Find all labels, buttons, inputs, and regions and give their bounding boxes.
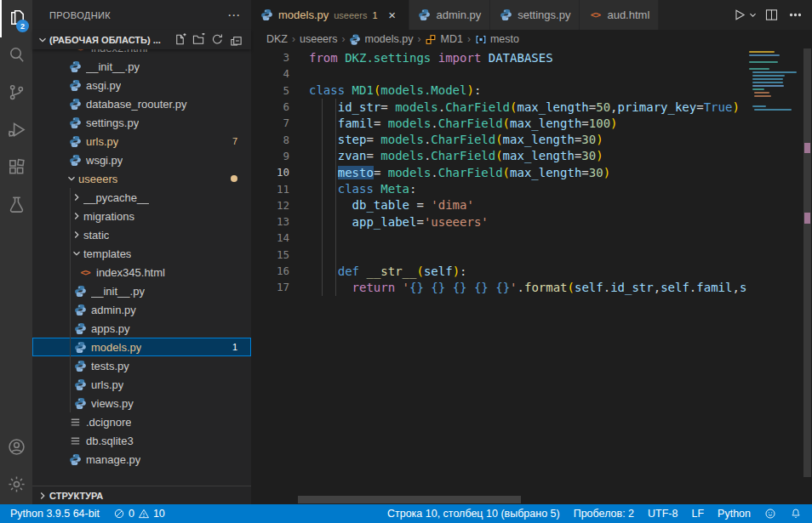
editor-group: models.pyuseeers1×admin.pysettings.py<>a… — [251, 0, 812, 504]
tab-admin.py[interactable]: admin.py — [409, 0, 491, 30]
activity-testing-button[interactable] — [0, 187, 32, 225]
breadcrumb-item-models.py[interactable]: models.py — [349, 33, 413, 45]
code-line-11[interactable]: 11 class Meta: — [251, 180, 747, 196]
close-icon[interactable]: × — [385, 8, 400, 23]
tab-settings.py[interactable]: settings.py — [490, 0, 580, 30]
explorer-sidebar: ПРОВОДНИК ⋯ (РАБОЧАЯ ОБЛАСТЬ) ... <>inde… — [32, 0, 251, 504]
tree-item-models.py[interactable]: models.py1 — [32, 338, 251, 356]
code-line-3[interactable]: 3from DKZ.settings import DATABASES — [251, 49, 747, 65]
tree-item-useeers[interactable]: useeers — [32, 169, 251, 188]
py-icon — [68, 153, 82, 167]
activity-run-debug-button[interactable] — [0, 112, 32, 150]
tree-item-tests.py[interactable]: tests.py — [32, 356, 251, 375]
code-line-16[interactable]: 16 def __str__(self): — [251, 263, 747, 279]
tree-item-urls.py[interactable]: urls.py7 — [32, 132, 251, 151]
tree-item-migrations[interactable]: migrations — [32, 207, 251, 225]
tree-item-asgi.py[interactable]: asgi.py — [32, 76, 251, 94]
code-line-4[interactable]: 4 — [251, 65, 747, 82]
activity-settings-button[interactable] — [0, 467, 32, 504]
code-line-10[interactable]: 10 mesto= models.CharField(max_length=30… — [251, 164, 747, 180]
activity-extensions-button[interactable] — [0, 150, 32, 187]
tree-item-urls.py[interactable]: urls.py — [32, 375, 251, 394]
python-interpreter[interactable]: Python 3.9.5 64-bit — [3, 504, 106, 523]
minimap[interactable] — [747, 48, 803, 504]
split-editor-button[interactable] — [761, 5, 781, 26]
code-line-8[interactable]: 8 step= models.CharField(max_length=30) — [251, 131, 747, 147]
tab-aud.html[interactable]: <>aud.html — [580, 0, 659, 30]
file-icon — [68, 434, 82, 447]
breadcrumb-item-useeers[interactable]: useeers — [300, 33, 337, 45]
more-actions-icon[interactable]: ⋯ — [227, 8, 241, 23]
code-editor[interactable]: 3from DKZ.settings import DATABASES45cla… — [251, 48, 812, 504]
breadcrumb-item-MD1[interactable]: MD1 — [425, 33, 462, 45]
code-line-15[interactable]: 15 — [251, 247, 747, 263]
tree-item-wsgi.py[interactable]: wsgi.py — [32, 151, 251, 169]
breadcrumb-label: mesto — [490, 33, 519, 45]
cursor-position[interactable]: Строка 10, столбец 10 (выбрано 5) — [380, 504, 567, 523]
line-number: 11 — [251, 183, 289, 196]
tree-item-templates[interactable]: templates — [32, 244, 251, 263]
breadcrumb-label: MD1 — [440, 33, 462, 45]
run-dropdown-button[interactable] — [747, 5, 758, 26]
language-mode[interactable]: Python — [711, 504, 758, 523]
activity-accounts-button[interactable] — [0, 429, 32, 467]
tree-item-__pycache__[interactable]: __pycache__ — [32, 188, 251, 207]
tree-item-.dcignore[interactable]: .dcignore — [32, 412, 251, 431]
line-number: 14 — [251, 231, 289, 244]
run-button[interactable] — [729, 5, 749, 26]
tree-item-apps.py[interactable]: apps.py — [32, 319, 251, 338]
code-line-17[interactable]: 17 return '{} {} {} {} {}'.format(self.i… — [251, 279, 747, 295]
new-file-button[interactable] — [171, 31, 188, 48]
eol-sequence[interactable]: LF — [684, 504, 711, 523]
indentation[interactable]: Пробелов: 2 — [567, 504, 641, 523]
code-line-6[interactable]: 6 id_str= models.CharField(max_length=50… — [251, 99, 747, 115]
outline-section-header[interactable]: СТРУКТУРА — [32, 486, 251, 504]
code-line-12[interactable]: 12 db_table = 'dima' — [251, 197, 747, 213]
code-line-9[interactable]: 9 zvan= models.CharField(max_length=30) — [251, 148, 747, 164]
activity-explorer-button[interactable]: 2 — [0, 0, 32, 37]
problems-badge: 1 — [232, 342, 237, 352]
py-icon — [68, 452, 82, 466]
activity-source-control-button[interactable] — [0, 75, 32, 112]
line-number: 4 — [251, 67, 289, 80]
encoding[interactable]: UTF-8 — [641, 504, 684, 523]
horizontal-scrollbar[interactable] — [298, 496, 521, 503]
code-line-14[interactable]: 14 — [251, 230, 747, 246]
problems-badge: 7 — [232, 136, 237, 146]
breadcrumb-separator: › — [417, 33, 420, 45]
tree-item-admin.py[interactable]: admin.py — [32, 300, 251, 319]
tree-item-database_roouter.py[interactable]: database_roouter.py — [32, 94, 251, 113]
tree-item-views.py[interactable]: views.py — [32, 394, 251, 412]
accounts-icon — [7, 437, 26, 460]
vertical-scrollbar[interactable] — [803, 48, 812, 504]
line-text: class MD1(models.Model): — [309, 83, 481, 97]
breadcrumb-item-DKZ[interactable]: DKZ — [266, 33, 288, 45]
tab-models.py[interactable]: models.pyuseeers1× — [251, 0, 409, 30]
tree-item-index345.html[interactable]: <>index345.html — [32, 263, 251, 281]
tab-description: useeers — [334, 10, 367, 20]
feedback[interactable] — [758, 504, 783, 523]
indent-guide — [322, 99, 323, 296]
workspace-section-header[interactable]: (РАБОЧАЯ ОБЛАСТЬ) ... — [32, 30, 251, 49]
tree-item-__init__.py[interactable]: __init__.py — [32, 57, 251, 76]
tree-item-manage.py[interactable]: manage.py — [32, 450, 251, 469]
code-line-5[interactable]: 5class MD1(models.Model): — [251, 82, 747, 99]
activity-bar: 2 — [0, 0, 32, 504]
py-icon — [68, 78, 82, 92]
breadcrumb-item-mesto[interactable]: mesto — [475, 33, 519, 45]
tree-item-db.sqlite3[interactable]: db.sqlite3 — [32, 431, 251, 450]
new-folder-button[interactable] — [190, 31, 207, 48]
activity-search-button[interactable] — [0, 37, 32, 75]
refresh-button[interactable] — [209, 31, 226, 48]
tree-item-index2.html[interactable]: <>index2.html — [32, 49, 251, 57]
tree-item-settings.py[interactable]: settings.py — [32, 113, 251, 132]
more-button[interactable] — [785, 5, 805, 26]
tree-item-static[interactable]: static — [32, 225, 251, 244]
collapse-all-button[interactable] — [227, 31, 244, 48]
tree-item-__init__.py[interactable]: __init__.py — [32, 281, 251, 300]
code-line-7[interactable]: 7 famil= models.CharField(max_length=100… — [251, 115, 747, 131]
py-icon — [73, 284, 87, 298]
notifications[interactable] — [783, 504, 809, 523]
code-line-13[interactable]: 13 app_label='useeers' — [251, 213, 747, 230]
problems-indicator[interactable]: 010 — [106, 504, 172, 523]
